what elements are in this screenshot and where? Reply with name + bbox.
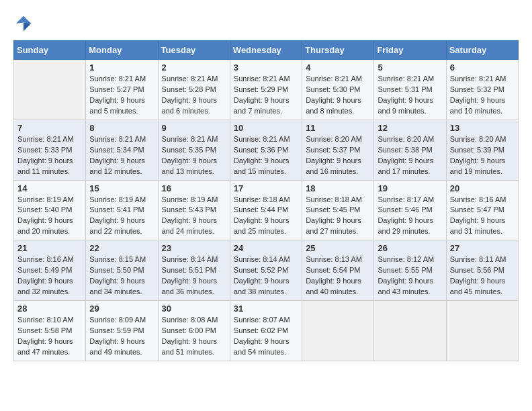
calendar-cell: 16Sunrise: 8:19 AM Sunset: 5:43 PM Dayli…: [158, 180, 230, 240]
cell-content: Sunrise: 8:14 AM Sunset: 5:51 PM Dayligh…: [162, 255, 226, 298]
calendar-cell: 1Sunrise: 8:21 AM Sunset: 5:27 PM Daylig…: [86, 60, 158, 120]
cell-content: Sunrise: 8:16 AM Sunset: 5:47 PM Dayligh…: [450, 195, 515, 238]
calendar-cell: 14Sunrise: 8:19 AM Sunset: 5:40 PM Dayli…: [14, 180, 86, 240]
calendar-cell: 17Sunrise: 8:18 AM Sunset: 5:44 PM Dayli…: [230, 180, 302, 240]
day-number: 19: [378, 183, 442, 193]
cell-content: Sunrise: 8:16 AM Sunset: 5:49 PM Dayligh…: [17, 255, 82, 298]
day-number: 16: [162, 183, 226, 193]
logo: [13, 13, 36, 34]
day-number: 1: [89, 62, 154, 73]
day-number: 2: [162, 62, 226, 73]
calendar-cell: 15Sunrise: 8:19 AM Sunset: 5:41 PM Dayli…: [86, 180, 158, 240]
cell-content: Sunrise: 8:18 AM Sunset: 5:45 PM Dayligh…: [306, 195, 370, 238]
header-day-friday: Friday: [374, 41, 446, 60]
calendar-cell: 30Sunrise: 8:08 AM Sunset: 6:00 PM Dayli…: [158, 301, 230, 361]
calendar-cell: 25Sunrise: 8:13 AM Sunset: 5:54 PM Dayli…: [302, 240, 374, 301]
day-number: 26: [378, 243, 442, 253]
day-number: 31: [234, 304, 298, 314]
calendar-week-row: 1Sunrise: 8:21 AM Sunset: 5:27 PM Daylig…: [14, 60, 519, 120]
cell-content: Sunrise: 8:15 AM Sunset: 5:50 PM Dayligh…: [89, 255, 154, 298]
cell-content: Sunrise: 8:21 AM Sunset: 5:36 PM Dayligh…: [234, 134, 298, 177]
day-number: 28: [17, 304, 82, 314]
calendar-header-row: SundayMondayTuesdayWednesdayThursdayFrid…: [14, 41, 519, 60]
day-number: 27: [450, 243, 515, 253]
cell-content: Sunrise: 8:18 AM Sunset: 5:44 PM Dayligh…: [234, 195, 298, 238]
cell-content: Sunrise: 8:20 AM Sunset: 5:37 PM Dayligh…: [306, 134, 370, 177]
calendar-cell: 10Sunrise: 8:21 AM Sunset: 5:36 PM Dayli…: [230, 120, 302, 180]
cell-content: Sunrise: 8:14 AM Sunset: 5:52 PM Dayligh…: [234, 255, 298, 298]
cell-content: Sunrise: 8:21 AM Sunset: 5:27 PM Dayligh…: [89, 74, 154, 117]
header-day-saturday: Saturday: [446, 41, 518, 60]
calendar-cell: 12Sunrise: 8:20 AM Sunset: 5:38 PM Dayli…: [374, 120, 446, 180]
calendar-cell: 13Sunrise: 8:20 AM Sunset: 5:39 PM Dayli…: [446, 120, 518, 180]
calendar-cell: [446, 301, 518, 361]
cell-content: Sunrise: 8:21 AM Sunset: 5:31 PM Dayligh…: [378, 74, 442, 117]
calendar-cell: 9Sunrise: 8:21 AM Sunset: 5:35 PM Daylig…: [158, 120, 230, 180]
calendar-week-row: 28Sunrise: 8:10 AM Sunset: 5:58 PM Dayli…: [14, 301, 519, 361]
calendar-cell: [374, 301, 446, 361]
cell-content: Sunrise: 8:08 AM Sunset: 6:00 PM Dayligh…: [162, 315, 226, 358]
day-number: 3: [234, 62, 298, 73]
day-number: 22: [89, 243, 154, 253]
day-number: 21: [17, 243, 82, 253]
day-number: 20: [450, 183, 515, 193]
cell-content: Sunrise: 8:21 AM Sunset: 5:35 PM Dayligh…: [162, 134, 226, 177]
calendar-cell: 28Sunrise: 8:10 AM Sunset: 5:58 PM Dayli…: [14, 301, 86, 361]
day-number: 17: [234, 183, 298, 193]
calendar-cell: 11Sunrise: 8:20 AM Sunset: 5:37 PM Dayli…: [302, 120, 374, 180]
day-number: 8: [89, 123, 154, 133]
calendar-cell: 7Sunrise: 8:21 AM Sunset: 5:33 PM Daylig…: [14, 120, 86, 180]
day-number: 10: [234, 123, 298, 133]
calendar-cell: 23Sunrise: 8:14 AM Sunset: 5:51 PM Dayli…: [158, 240, 230, 301]
day-number: 12: [378, 123, 442, 133]
day-number: 29: [89, 304, 154, 314]
calendar-cell: 26Sunrise: 8:12 AM Sunset: 5:55 PM Dayli…: [374, 240, 446, 301]
cell-content: Sunrise: 8:19 AM Sunset: 5:40 PM Dayligh…: [17, 195, 82, 238]
calendar-cell: 4Sunrise: 8:21 AM Sunset: 5:30 PM Daylig…: [302, 60, 374, 120]
cell-content: Sunrise: 8:19 AM Sunset: 5:43 PM Dayligh…: [162, 195, 226, 238]
cell-content: Sunrise: 8:19 AM Sunset: 5:41 PM Dayligh…: [89, 195, 154, 238]
calendar-cell: 27Sunrise: 8:11 AM Sunset: 5:56 PM Dayli…: [446, 240, 518, 301]
cell-content: Sunrise: 8:10 AM Sunset: 5:58 PM Dayligh…: [17, 315, 82, 358]
header-day-wednesday: Wednesday: [230, 41, 302, 60]
calendar-cell: 21Sunrise: 8:16 AM Sunset: 5:49 PM Dayli…: [14, 240, 86, 301]
day-number: 13: [450, 123, 515, 133]
cell-content: Sunrise: 8:20 AM Sunset: 5:38 PM Dayligh…: [378, 134, 442, 177]
cell-content: Sunrise: 8:17 AM Sunset: 5:46 PM Dayligh…: [378, 195, 442, 238]
calendar-cell: 18Sunrise: 8:18 AM Sunset: 5:45 PM Dayli…: [302, 180, 374, 240]
calendar-cell: 22Sunrise: 8:15 AM Sunset: 5:50 PM Dayli…: [86, 240, 158, 301]
calendar-cell: 5Sunrise: 8:21 AM Sunset: 5:31 PM Daylig…: [374, 60, 446, 120]
day-number: 9: [162, 123, 226, 133]
cell-content: Sunrise: 8:11 AM Sunset: 5:56 PM Dayligh…: [450, 255, 515, 298]
day-number: 24: [234, 243, 298, 253]
cell-content: Sunrise: 8:21 AM Sunset: 5:30 PM Dayligh…: [306, 74, 370, 117]
cell-content: Sunrise: 8:09 AM Sunset: 5:59 PM Dayligh…: [89, 315, 154, 358]
day-number: 4: [306, 62, 370, 73]
day-number: 25: [306, 243, 370, 253]
day-number: 7: [17, 123, 82, 133]
header-day-thursday: Thursday: [302, 41, 374, 60]
cell-content: Sunrise: 8:21 AM Sunset: 5:33 PM Dayligh…: [17, 134, 82, 177]
calendar-cell: 2Sunrise: 8:21 AM Sunset: 5:28 PM Daylig…: [158, 60, 230, 120]
svg-marker-0: [16, 16, 32, 24]
day-number: 18: [306, 183, 370, 193]
day-number: 15: [89, 183, 154, 193]
calendar-week-row: 14Sunrise: 8:19 AM Sunset: 5:40 PM Dayli…: [14, 180, 519, 240]
calendar-cell: 3Sunrise: 8:21 AM Sunset: 5:29 PM Daylig…: [230, 60, 302, 120]
calendar-table: SundayMondayTuesdayWednesdayThursdayFrid…: [13, 40, 519, 361]
calendar-week-row: 21Sunrise: 8:16 AM Sunset: 5:49 PM Dayli…: [14, 240, 519, 301]
cell-content: Sunrise: 8:21 AM Sunset: 5:34 PM Dayligh…: [89, 134, 154, 177]
header-day-tuesday: Tuesday: [158, 41, 230, 60]
calendar-week-row: 7Sunrise: 8:21 AM Sunset: 5:33 PM Daylig…: [14, 120, 519, 180]
calendar-cell: 6Sunrise: 8:21 AM Sunset: 5:32 PM Daylig…: [446, 60, 518, 120]
calendar-cell: 31Sunrise: 8:07 AM Sunset: 6:02 PM Dayli…: [230, 301, 302, 361]
day-number: 5: [378, 62, 442, 73]
day-number: 11: [306, 123, 370, 133]
cell-content: Sunrise: 8:20 AM Sunset: 5:39 PM Dayligh…: [450, 134, 515, 177]
calendar-cell: 20Sunrise: 8:16 AM Sunset: 5:47 PM Dayli…: [446, 180, 518, 240]
cell-content: Sunrise: 8:13 AM Sunset: 5:54 PM Dayligh…: [306, 255, 370, 298]
calendar-cell: 29Sunrise: 8:09 AM Sunset: 5:59 PM Dayli…: [86, 301, 158, 361]
day-number: 30: [162, 304, 226, 314]
calendar-cell: [302, 301, 374, 361]
cell-content: Sunrise: 8:12 AM Sunset: 5:55 PM Dayligh…: [378, 255, 442, 298]
